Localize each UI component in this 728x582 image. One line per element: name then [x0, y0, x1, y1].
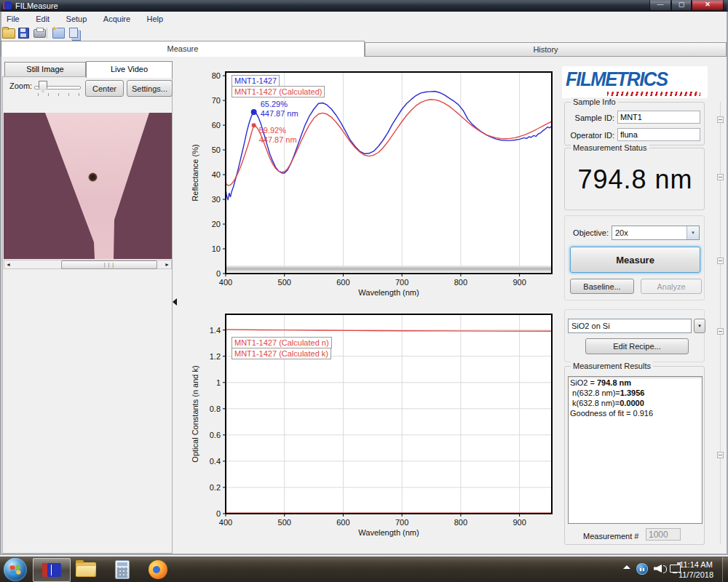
tray-clock[interactable]: 11:14 AM 11/7/2018 — [676, 559, 716, 580]
tray-app-icon[interactable] — [636, 563, 648, 575]
splitter-handle[interactable] — [717, 452, 724, 458]
explorer-taskbar-icon[interactable] — [76, 562, 96, 577]
video-horizontal-scrollbar[interactable]: ◄ | | | ► — [4, 260, 172, 269]
y-tick-label: 0.4 — [210, 457, 221, 466]
legend-entry: MNT1-1427 — [232, 75, 280, 87]
y-tick-label: 1.4 — [210, 326, 221, 335]
x-axis-label: Wavelength (nm) — [358, 288, 419, 297]
data-point-marker — [251, 109, 257, 115]
y-axis-label: Optical Constants (n and k) — [191, 365, 199, 462]
tab-still-image[interactable]: Still Image — [4, 62, 86, 77]
chart-legend: MNT1-1427 (Calculated n)MNT1-1427 (Calcu… — [232, 338, 332, 359]
menu-edit[interactable]: Edit — [29, 12, 56, 23]
legend-entry: MNT1-1427 (Calculated n) — [232, 337, 332, 348]
y-tick-label: 0.2 — [210, 483, 221, 492]
scroll-right-arrow[interactable]: ► — [163, 261, 171, 268]
measurement-number-label: Measurement # — [583, 532, 640, 541]
slider-tick — [79, 93, 79, 96]
chart-canvas: 40050060070080090001020304050607080Wavel… — [182, 64, 557, 304]
y-tick-label: 80 — [212, 71, 221, 80]
tray-time: 11:14 AM — [676, 559, 716, 570]
result-line: SiO2 = 794.8 nm — [570, 378, 700, 388]
thickness-result-value: 794.8 nm — [565, 164, 705, 195]
baseline-button[interactable]: Baseline... — [570, 279, 634, 294]
result-line: n(632.8 nm)=1.3956 — [570, 388, 700, 398]
analyze-button[interactable]: Analyze — [641, 279, 702, 294]
menu-bar: File Edit Setup Acquire Help — [0, 12, 728, 26]
measurement-status-group: Measurement Status 794.8 nm — [564, 148, 705, 210]
firefox-taskbar-icon[interactable] — [149, 560, 167, 579]
measure-button[interactable]: Measure — [570, 247, 700, 273]
minimize-button[interactable]: — — [649, 0, 671, 11]
settings-button[interactable]: Settings... — [127, 80, 173, 97]
x-tick-label: 600 — [336, 518, 349, 527]
toolbar-separator — [47, 28, 47, 39]
y-tick-label: 0 — [216, 509, 221, 518]
save-icon[interactable] — [18, 28, 29, 39]
splitter-handle[interactable] — [717, 174, 724, 180]
measurement-spot — [88, 172, 98, 182]
sample-id-label: Sample ID: — [571, 113, 614, 122]
open-icon[interactable] — [2, 28, 15, 39]
tab-live-video[interactable]: Live Video — [86, 61, 173, 78]
center-button[interactable]: Center — [85, 80, 124, 97]
acquire-icon[interactable] — [52, 28, 65, 39]
show-desktop-button[interactable] — [722, 557, 728, 582]
recipe-value: SiO2 on Si — [569, 322, 610, 330]
app-icon — [3, 1, 12, 9]
print-icon[interactable] — [33, 29, 46, 38]
x-tick-label: 800 — [454, 278, 467, 287]
zoom-slider-thumb[interactable] — [39, 81, 47, 92]
menu-file[interactable]: File — [0, 12, 26, 23]
y-tick-label: 20 — [212, 220, 221, 228]
objective-dropdown[interactable]: 20x ▼ — [612, 226, 700, 240]
measurement-number-field — [646, 528, 681, 541]
tab-history[interactable]: History — [365, 42, 727, 57]
recipe-dropdown-button[interactable]: ▼ — [694, 319, 705, 333]
calculator-taskbar-icon[interactable] — [115, 560, 130, 579]
splitter-handle[interactable] — [717, 258, 724, 264]
optical-constants-chart: 40050060070080090000.20.40.60.811.21.4Wa… — [182, 308, 557, 548]
close-button[interactable]: ✕ — [692, 0, 724, 11]
legend-entry: MNT1-1427 (Calculated) — [232, 86, 325, 97]
sample-info-title: Sample Info — [571, 97, 618, 107]
x-tick-label: 400 — [219, 518, 232, 527]
splitter-handle[interactable] — [717, 328, 724, 335]
windows-flag-icon — [9, 565, 20, 575]
chevron-down-icon[interactable]: ▼ — [687, 226, 699, 239]
sample-info-group: Sample Info Sample ID: Operator ID: — [564, 102, 705, 146]
y-tick-label: 0.6 — [210, 431, 221, 439]
x-tick-label: 400 — [219, 278, 232, 287]
y-tick-label: 60 — [212, 121, 221, 129]
hidden-icons-chevron[interactable] — [623, 565, 630, 569]
edit-recipe-button[interactable]: Edit Recipe... — [585, 338, 689, 354]
operator-id-field[interactable] — [617, 128, 700, 141]
panel-collapse-arrow[interactable] — [173, 298, 177, 306]
y-tick-label: 10 — [212, 244, 221, 253]
reflectance-chart: 40050060070080090001020304050607080Wavel… — [182, 64, 557, 304]
maximize-button[interactable]: ▢ — [671, 0, 692, 11]
volume-icon[interactable] — [654, 565, 662, 573]
scroll-left-arrow[interactable]: ◄ — [4, 261, 12, 268]
y-axis-label: Reflectance (%) — [191, 144, 199, 201]
copy-icon[interactable] — [69, 28, 78, 38]
start-button[interactable] — [4, 558, 27, 581]
menu-setup[interactable]: Setup — [60, 12, 94, 23]
splitter-handle[interactable] — [717, 116, 724, 123]
scrollbar-thumb[interactable]: | | | — [61, 260, 157, 269]
y-tick-label: 30 — [212, 195, 221, 204]
sample-id-field[interactable] — [617, 111, 700, 124]
measurement-status-title: Measurement Status — [571, 143, 649, 153]
menu-help[interactable]: Help — [141, 12, 170, 23]
point-annotation: 59.92%447.87 nm — [259, 126, 297, 145]
live-video-view — [4, 113, 172, 259]
measure-controls-group: Objective: 20x ▼ Measure Baseline... Ana… — [564, 215, 705, 300]
tab-measure[interactable]: Measure — [1, 41, 365, 57]
menu-acquire[interactable]: Acquire — [97, 12, 137, 23]
recipe-dropdown[interactable]: SiO2 on Si — [568, 319, 692, 333]
title-bar[interactable]: FILMeasure — ▢ ✕ — [0, 0, 728, 12]
y-tick-label: 0.8 — [210, 404, 221, 413]
filmeasure-taskbar-icon[interactable] — [42, 563, 61, 577]
x-tick-label: 700 — [395, 278, 408, 287]
results-listbox[interactable]: SiO2 = 794.8 nm n(632.8 nm)=1.3956 k(632… — [568, 376, 703, 524]
